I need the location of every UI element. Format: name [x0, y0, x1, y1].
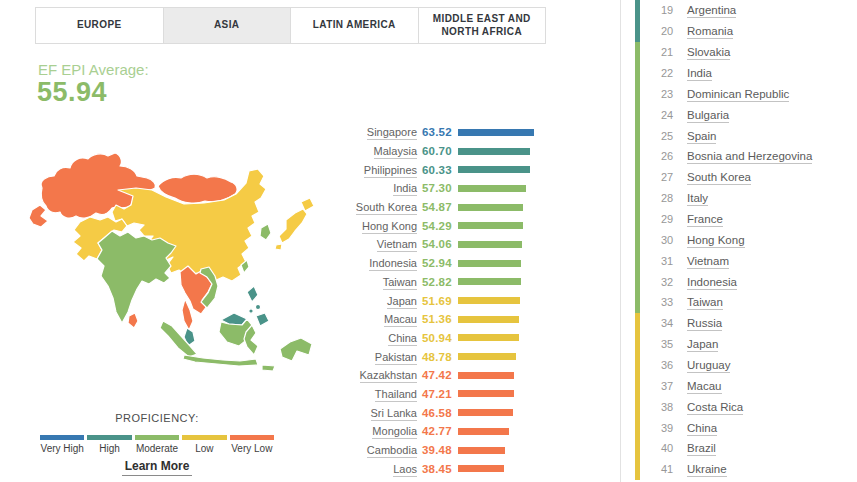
chart-country-link[interactable]: South Korea	[356, 201, 417, 215]
rank-country-link[interactable]: Indonesia	[687, 276, 737, 290]
chart-row: Thailand 47.21	[340, 385, 622, 404]
rank-country-link[interactable]: Costa Rica	[687, 401, 743, 415]
rank-number: 31	[661, 255, 679, 267]
chart-value: 57.30	[422, 182, 453, 194]
legend-swatch	[135, 435, 179, 440]
rank-country-link[interactable]: Romania	[687, 25, 733, 39]
chart-country-link[interactable]: Hong Kong	[362, 220, 417, 234]
chart-country-link[interactable]: Cambodia	[367, 444, 417, 458]
rank-country-link[interactable]: France	[687, 213, 723, 227]
chart-country-link[interactable]: Japan	[387, 295, 417, 309]
legend-swatch	[182, 435, 226, 440]
chart-country: Pakistan	[340, 351, 417, 363]
rank-country-link[interactable]: Uruguay	[687, 359, 730, 373]
region-tab[interactable]: EUROPE	[36, 8, 163, 43]
rank-country-link[interactable]: India	[687, 67, 712, 81]
rank-country-link[interactable]: Slovakia	[687, 46, 730, 60]
region-tab[interactable]: ASIA	[163, 8, 291, 43]
rank-number: 29	[661, 213, 679, 225]
rank-country: France	[687, 213, 723, 225]
rank-band-strip	[635, 459, 640, 480]
rank-country-link[interactable]: South Korea	[687, 171, 751, 185]
ranking-row: 38 Costa Rica	[621, 396, 857, 417]
map-indonesia-lesser-sunda[interactable]	[262, 365, 275, 371]
rank-country-link[interactable]: Italy	[687, 192, 708, 206]
map-philippines-island[interactable]	[249, 309, 253, 313]
chart-bar	[458, 316, 519, 323]
map-philippines-mindanao[interactable]	[256, 313, 269, 326]
chart-row: Macau 51.36	[340, 310, 622, 329]
chart-country-link[interactable]: Vietnam	[377, 238, 417, 252]
map-japan-kyushu[interactable]	[275, 244, 282, 250]
chart-country: Cambodia	[340, 444, 417, 456]
rank-band-strip	[635, 375, 640, 396]
rank-country-link[interactable]: Bosnia and Herzegovina	[687, 150, 812, 164]
map-sri-lanka[interactable]	[128, 313, 138, 328]
legend-swatch	[87, 435, 131, 440]
asia-map	[18, 126, 342, 416]
region-tab[interactable]: MIDDLE EAST AND NORTH AFRICA	[418, 8, 546, 43]
rank-country-link[interactable]: Vietnam	[687, 255, 729, 269]
chart-value: 42.77	[422, 425, 453, 437]
chart-country: India	[340, 182, 417, 194]
region-tab[interactable]: LATIN AMERICA	[290, 8, 418, 43]
rank-band-strip	[635, 250, 640, 271]
rank-band-strip	[635, 104, 640, 125]
rank-band-strip	[635, 63, 640, 84]
chart-country: Sri Lanka	[340, 407, 417, 419]
rank-band-strip	[635, 167, 640, 188]
chart-value: 47.21	[422, 388, 453, 400]
chart-row: Hong Kong 54.29	[340, 216, 622, 235]
rank-country: Ukraine	[687, 463, 727, 475]
rank-country-link[interactable]: Hong Kong	[687, 234, 745, 248]
learn-more-link[interactable]: Learn More	[122, 459, 193, 476]
map-japan-honshu[interactable]	[279, 209, 307, 243]
ranking-row: 21 Slovakia	[621, 42, 857, 63]
map-indonesia-java[interactable]	[183, 355, 258, 366]
chart-country: South Korea	[340, 201, 417, 213]
legend-label: High	[99, 443, 120, 454]
chart-country-link[interactable]: Malaysia	[374, 145, 417, 159]
chart-country-link[interactable]: Taiwan	[383, 276, 417, 290]
rank-country-link[interactable]: Brazil	[687, 442, 716, 456]
map-philippines-visayas[interactable]	[255, 304, 260, 309]
map-indonesia-papua[interactable]	[280, 338, 312, 361]
rank-country-link[interactable]: Spain	[687, 130, 716, 144]
chart-country-link[interactable]: Laos	[393, 463, 417, 477]
map-india[interactable]	[97, 231, 176, 323]
chart-country-link[interactable]: Kazakhstan	[360, 369, 417, 383]
rank-country-link[interactable]: Dominican Republic	[687, 88, 789, 102]
chart-country-link[interactable]: India	[393, 182, 417, 196]
ranking-row: 30 Hong Kong	[621, 229, 857, 250]
chart-country-link[interactable]: Thailand	[375, 388, 417, 402]
ranking-row: 26 Bosnia and Herzegovina	[621, 146, 857, 167]
chart-country: Taiwan	[340, 276, 417, 288]
chart-value: 63.52	[422, 126, 453, 138]
rank-number: 32	[661, 276, 679, 288]
chart-country-link[interactable]: Indonesia	[369, 257, 417, 271]
chart-country-link[interactable]: Sri Lanka	[371, 407, 417, 421]
ranking-row: 19 Argentina	[621, 0, 857, 21]
chart-country-link[interactable]: China	[388, 332, 417, 346]
rank-country-link[interactable]: China	[687, 422, 717, 436]
map-kazakhstan-west[interactable]	[29, 205, 48, 227]
map-philippines-luzon[interactable]	[247, 286, 258, 302]
rank-country-link[interactable]: Macau	[687, 380, 722, 394]
rank-country-link[interactable]: Ukraine	[687, 463, 727, 477]
rank-country-link[interactable]: Bulgaria	[687, 109, 729, 123]
rank-country-link[interactable]: Argentina	[687, 4, 736, 18]
proficiency-legend: PROFICIENCY: Very High High Moderate Low…	[40, 412, 274, 454]
chart-bar	[458, 129, 534, 136]
rank-country-link[interactable]: Russia	[687, 317, 722, 331]
chart-country-link[interactable]: Mongolia	[372, 425, 417, 439]
rank-country-link[interactable]: Taiwan	[687, 296, 723, 310]
rank-number: 30	[661, 234, 679, 246]
map-south-korea[interactable]	[260, 224, 271, 240]
chart-country-link[interactable]: Macau	[384, 313, 417, 327]
rank-country: Hong Kong	[687, 234, 745, 246]
chart-country-link[interactable]: Philippines	[364, 164, 417, 178]
rank-country: Macau	[687, 380, 722, 392]
chart-country-link[interactable]: Singapore	[367, 126, 417, 140]
chart-country-link[interactable]: Pakistan	[375, 351, 417, 365]
rank-country-link[interactable]: Japan	[687, 338, 718, 352]
